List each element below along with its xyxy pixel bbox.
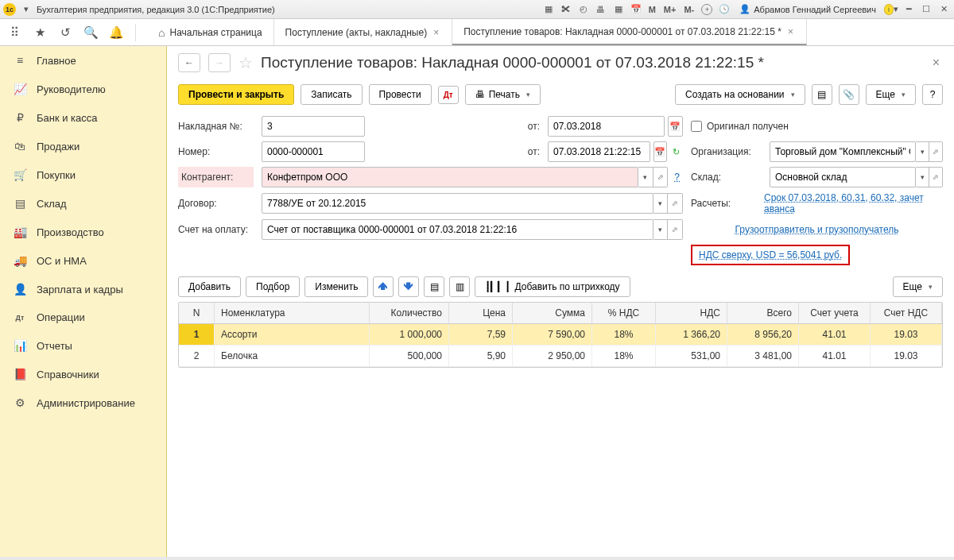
copy-rows-button[interactable]: ▤ <box>424 276 444 297</box>
counterparty-help-link[interactable]: ? <box>671 172 683 183</box>
original-received-checkbox[interactable]: Оригинал получен <box>691 121 789 132</box>
organization-field[interactable] <box>770 141 916 162</box>
col-price[interactable]: Цена <box>449 303 513 323</box>
open-ref-icon[interactable]: ⬀ <box>668 219 683 240</box>
tab-home[interactable]: ⌂ Начальная страница <box>147 19 274 45</box>
sidebar-item-catalogs[interactable]: 📕Справочники <box>0 360 166 388</box>
sidebar-item-sales[interactable]: 🛍Продажи <box>0 132 166 160</box>
calendar-button[interactable]: 📅 <box>653 141 667 162</box>
dropdown-icon[interactable]: ▾ <box>19 2 33 17</box>
movements-button[interactable]: Дт <box>438 86 459 104</box>
edit-row-button[interactable]: Изменить <box>304 276 368 297</box>
post-and-close-button[interactable]: Провести и закрыть <box>178 84 294 105</box>
col-acc[interactable]: Счет учета <box>799 303 871 323</box>
sidebar-item-warehouse[interactable]: ▤Склад <box>0 189 166 218</box>
cell-sum[interactable]: 7 590,00 <box>513 324 592 345</box>
move-up-button[interactable]: 🢁 <box>373 276 394 297</box>
table-row[interactable]: 1 Ассорти 1 000,000 7,59 7 590,00 18% 1 … <box>179 324 942 346</box>
col-qty[interactable]: Количество <box>370 303 449 323</box>
memory-mminus[interactable]: M- <box>681 5 696 14</box>
close-tab-icon[interactable]: × <box>786 25 795 39</box>
col-name[interactable]: Номенклатура <box>215 303 370 323</box>
cell-vatacc[interactable]: 19.03 <box>871 324 942 345</box>
sidebar-item-assets[interactable]: 🚚ОС и НМА <box>0 246 166 275</box>
dropdown-icon[interactable]: ▾ <box>653 219 669 240</box>
history-icon[interactable]: ↺ <box>57 25 73 41</box>
cell-n[interactable]: 2 <box>179 346 215 366</box>
paste-rows-button[interactable]: ▥ <box>449 276 470 297</box>
pick-button[interactable]: Подбор <box>246 276 300 297</box>
tab-document[interactable]: Поступление товаров: Накладная 0000-0000… <box>452 19 807 45</box>
star-icon[interactable]: ☆ <box>238 53 253 72</box>
number-datetime-field[interactable] <box>548 141 650 162</box>
memory-mplus[interactable]: M+ <box>661 5 679 14</box>
help-button[interactable]: ? <box>922 84 943 105</box>
maximize-icon[interactable]: ☐ <box>919 2 933 17</box>
tab-receipts[interactable]: Поступление (акты, накладные) × <box>274 19 453 45</box>
cell-price[interactable]: 5,90 <box>449 346 513 366</box>
col-vat[interactable]: НДС <box>656 303 727 323</box>
apps-menu-icon[interactable]: ⠿ <box>6 25 22 41</box>
related-docs-button[interactable]: ▤ <box>812 84 832 105</box>
cell-name[interactable]: Белочка <box>215 346 370 366</box>
counterparty-field[interactable] <box>262 167 638 187</box>
cell-qty[interactable]: 1 000,000 <box>370 324 449 345</box>
dropdown-icon[interactable]: ▾ <box>653 193 669 214</box>
close-form-icon[interactable]: × <box>929 52 943 73</box>
consignor-link[interactable]: Грузоотправитель и грузополучатель <box>735 224 899 235</box>
sidebar-item-manager[interactable]: 📈Руководителю <box>0 75 166 103</box>
open-ref-icon[interactable]: ⬀ <box>668 193 683 214</box>
tb-icon-1[interactable]: ▦ <box>541 2 556 17</box>
add-row-button[interactable]: Добавить <box>178 276 241 297</box>
tb-icon-3[interactable]: ◴ <box>576 2 591 17</box>
dropdown-icon[interactable]: ▾ <box>916 141 929 162</box>
cell-vatp[interactable]: 18% <box>592 346 656 366</box>
open-ref-icon[interactable]: ⬀ <box>929 167 943 187</box>
cell-total[interactable]: 8 956,20 <box>727 324 799 345</box>
zoom-icon[interactable]: + <box>700 2 714 17</box>
cell-acc[interactable]: 41.01 <box>799 324 871 345</box>
invoice-date-field[interactable] <box>548 116 665 137</box>
close-tab-icon[interactable]: × <box>432 25 440 40</box>
sidebar-item-operations[interactable]: ДтОперации <box>0 303 166 331</box>
cell-price[interactable]: 7,59 <box>449 324 513 345</box>
calc-link[interactable]: Срок 07.03.2018, 60.31, 60.32, зачет ава… <box>764 192 943 214</box>
sidebar-item-hr[interactable]: 👤Зарплата и кадры <box>0 275 166 303</box>
notifications-icon[interactable]: 🔔 <box>108 25 124 41</box>
move-down-button[interactable]: 🢃 <box>398 276 419 297</box>
add-by-barcode-button[interactable]: ┃▎▎┃Добавить по штрихкоду <box>475 276 630 297</box>
sidebar-item-production[interactable]: 🏭Производство <box>0 218 166 246</box>
info-icon[interactable]: i▾ <box>884 2 898 17</box>
calendar-button[interactable]: 📅 <box>668 116 683 137</box>
col-vatp[interactable]: % НДС <box>592 303 656 323</box>
col-n[interactable]: N <box>179 303 215 323</box>
table-row[interactable]: 2 Белочка 500,000 5,90 2 950,00 18% 531,… <box>179 346 942 367</box>
cell-vatacc[interactable]: 19.03 <box>871 346 942 366</box>
invoice-no-field[interactable] <box>262 116 365 137</box>
cell-vat[interactable]: 531,00 <box>656 346 727 366</box>
more-button[interactable]: Еще <box>866 84 916 105</box>
nav-back-button[interactable]: ← <box>178 53 200 72</box>
search-icon[interactable]: 🔍 <box>83 25 99 41</box>
calculator-icon[interactable]: ▦ <box>611 2 626 17</box>
sidebar-item-admin[interactable]: ⚙Администрирование <box>0 388 166 417</box>
close-window-icon[interactable]: ✕ <box>937 2 951 17</box>
attachments-button[interactable]: 📎 <box>839 84 859 105</box>
col-vatacc[interactable]: Счет НДС <box>871 303 942 323</box>
open-ref-icon[interactable]: ⬀ <box>653 167 669 187</box>
calendar-icon[interactable]: 📅 <box>629 2 643 17</box>
nav-forward-button[interactable]: → <box>208 53 231 72</box>
sidebar-item-purchases[interactable]: 🛒Покупки <box>0 160 166 189</box>
cell-qty[interactable]: 500,000 <box>370 346 449 366</box>
cell-n[interactable]: 1 <box>179 324 215 345</box>
print-icon[interactable]: 🖶 <box>594 2 608 17</box>
create-based-button[interactable]: Создать на основании <box>675 84 805 105</box>
dropdown-icon[interactable]: ▾ <box>638 167 653 187</box>
number-field[interactable] <box>262 141 365 162</box>
nds-settings-link[interactable]: НДС сверху, USD = 56,5041 руб. <box>699 249 842 261</box>
write-button[interactable]: Записать <box>301 84 362 105</box>
cell-name[interactable]: Ассорти <box>215 324 370 345</box>
sidebar-item-reports[interactable]: 📊Отчеты <box>0 331 166 360</box>
tb-icon-2[interactable]: ✀ <box>559 2 573 17</box>
cell-vat[interactable]: 1 366,20 <box>656 324 727 345</box>
